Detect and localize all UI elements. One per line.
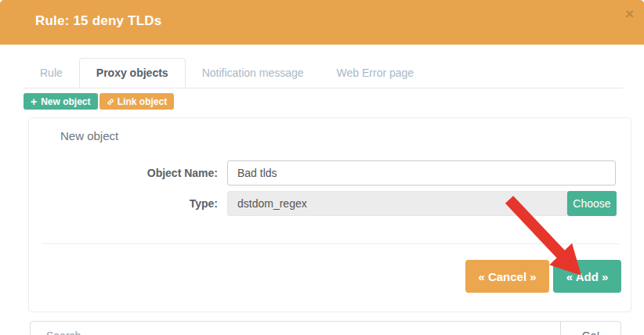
cancel-button[interactable]: « Cancel » xyxy=(465,260,549,293)
add-button[interactable]: « Add » xyxy=(553,260,621,293)
modal-title: Rule: 15 deny TLDs xyxy=(35,13,161,29)
new-object-button[interactable]: + New object xyxy=(24,93,98,110)
choose-button[interactable]: Choose xyxy=(567,191,617,216)
tab-proxy-objects[interactable]: Proxy objects xyxy=(79,58,186,88)
tab-bar: Rule Proxy objects Notification message … xyxy=(24,58,623,88)
new-object-panel: New object Object Name: Type: Choose « C… xyxy=(28,117,631,312)
plus-icon: + xyxy=(31,96,37,107)
search-bar: Go! xyxy=(30,321,621,335)
object-toolbar: + New object ∞ Link object xyxy=(24,93,174,110)
tab-web-error-page[interactable]: Web Error page xyxy=(320,58,431,88)
type-input xyxy=(227,191,567,216)
modal-header: Rule: 15 deny TLDs × xyxy=(0,0,644,45)
tab-rule[interactable]: Rule xyxy=(24,58,79,88)
link-object-button[interactable]: ∞ Link object xyxy=(99,93,175,110)
search-input[interactable] xyxy=(31,322,560,335)
type-label: Type: xyxy=(29,191,218,216)
link-object-label: Link object xyxy=(118,96,167,107)
new-object-label: New object xyxy=(41,96,90,107)
go-button[interactable]: Go! xyxy=(560,322,620,335)
object-name-input[interactable] xyxy=(227,160,616,186)
link-icon: ∞ xyxy=(103,95,116,108)
form-divider xyxy=(42,243,620,244)
object-name-label: Object Name: xyxy=(29,160,218,186)
form-heading: New object xyxy=(60,129,118,142)
tab-notification-message[interactable]: Notification message xyxy=(186,58,320,88)
close-icon[interactable]: × xyxy=(625,6,634,21)
